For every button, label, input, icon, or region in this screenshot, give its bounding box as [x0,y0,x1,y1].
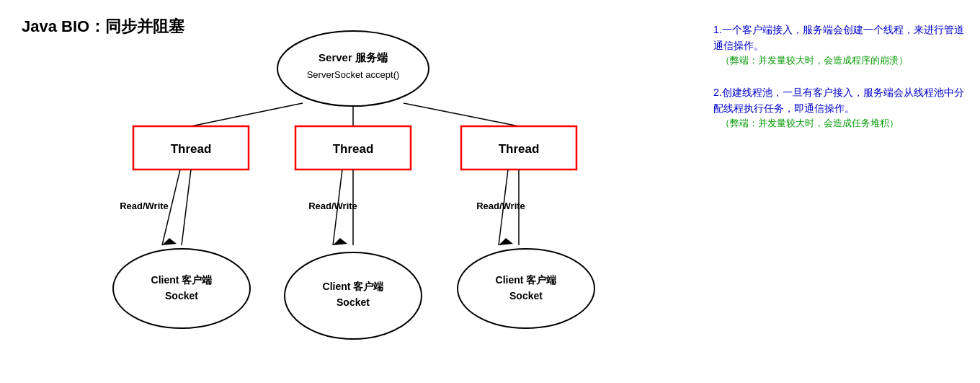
svg-point-0 [277,31,429,106]
info-note-2: （弊端：并发量较大时，会造成任务堆积） [721,117,973,130]
svg-line-5 [404,103,519,126]
info-block-2: 2.创建线程池，一旦有客户接入，服务端会从线程池中分配线程执行任务，即通信操作。… [713,84,973,130]
svg-text:Socket: Socket [509,290,543,301]
svg-point-24 [113,249,250,328]
svg-text:Server 服务端: Server 服务端 [318,51,388,63]
svg-marker-14 [162,238,177,245]
svg-text:Thread: Thread [333,142,374,156]
svg-text:Socket: Socket [337,296,370,308]
svg-marker-18 [333,238,347,245]
svg-marker-22 [499,238,513,245]
diagram: Server 服务端 ServerSocket accept() Thread … [0,0,706,383]
svg-text:Client 客户端: Client 客户端 [496,274,557,286]
svg-text:Read/Write: Read/Write [308,201,357,211]
svg-text:Thread: Thread [171,142,212,156]
svg-point-27 [285,252,422,339]
info-panel: 1.一个客户端接入，服务端会创建一个线程，来进行管道通信操作。 （弊端：并发量较… [713,22,973,147]
svg-text:Read/Write: Read/Write [476,201,525,211]
svg-text:Read/Write: Read/Write [120,201,169,211]
info-text-1: 1.一个客户端接入，服务端会创建一个线程，来进行管道通信操作。 [713,22,973,54]
svg-point-30 [458,249,594,328]
svg-text:Client 客户端: Client 客户端 [323,281,384,292]
svg-line-3 [191,103,303,126]
svg-text:ServerSocket accept(): ServerSocket accept() [307,69,400,80]
info-block-1: 1.一个客户端接入，服务端会创建一个线程，来进行管道通信操作。 （弊端：并发量较… [713,22,973,67]
svg-text:Client 客户端: Client 客户端 [151,274,213,286]
info-text-2: 2.创建线程池，一旦有客户接入，服务端会从线程池中分配线程执行任务，即通信操作。 [713,84,973,117]
info-note-1: （弊端：并发量较大时，会造成程序的崩溃） [721,54,973,67]
svg-text:Thread: Thread [499,142,540,156]
svg-line-13 [182,170,191,245]
svg-text:Socket: Socket [165,290,198,301]
